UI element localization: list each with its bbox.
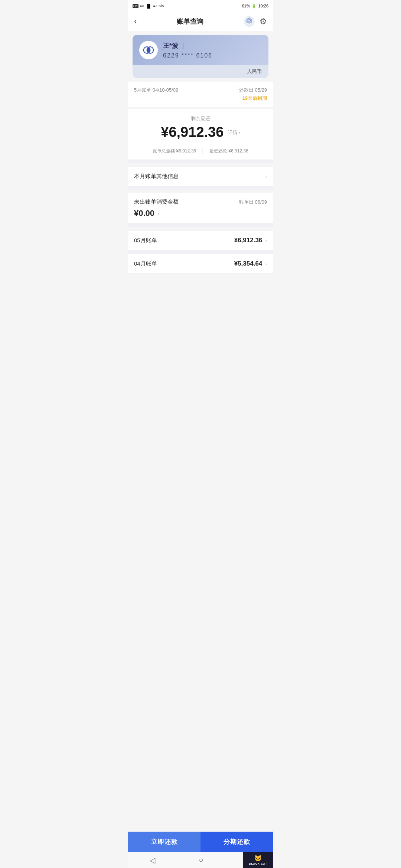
min-label: 最低还款 ¥6,912.36 bbox=[209, 148, 248, 154]
section-divider-1 bbox=[128, 160, 273, 163]
speed-text: 4.1 K/s bbox=[153, 4, 164, 8]
time-text: 10:26 bbox=[258, 4, 268, 8]
monthly-bill-amount-0: ¥6,912.36 bbox=[234, 237, 263, 244]
chevron-right-icon: › bbox=[265, 237, 267, 243]
monthly-bill-label-0: 05月账单 bbox=[134, 237, 157, 244]
monthly-bill-amount-1: ¥5,354.64 bbox=[234, 260, 263, 267]
bank-logo bbox=[139, 41, 158, 59]
other-info-item[interactable]: 本月账单其他信息 › bbox=[128, 167, 273, 186]
section-divider-4 bbox=[128, 250, 273, 254]
sub-divider: ｜ bbox=[200, 148, 205, 154]
monthly-bills-section: 05月账单 ¥6,912.36 › 04月账单 ¥5,354.64 › bbox=[128, 231, 273, 274]
unposted-section: 未出账单消费金额 账单日 06/09 ¥0.00 › bbox=[128, 193, 273, 223]
robot-icon[interactable] bbox=[243, 16, 255, 27]
monthly-bill-item-1[interactable]: 04月账单 ¥5,354.64 › bbox=[128, 254, 273, 274]
svg-point-8 bbox=[248, 17, 250, 18]
unposted-date: 账单日 06/09 bbox=[239, 199, 267, 206]
chevron-right-icon: › bbox=[157, 210, 159, 216]
card-info: 王*波｜ 6229 **** 6106 bbox=[163, 42, 262, 59]
card-user-name: 王*波｜ bbox=[163, 42, 262, 50]
section-divider-3 bbox=[128, 223, 273, 227]
chevron-right-icon: › bbox=[238, 129, 240, 135]
status-bar: HD 4G ▐▌ 4.1 K/s 61% 🔋 10:26 bbox=[128, 0, 273, 12]
settings-icon[interactable]: ⚙ bbox=[260, 17, 267, 26]
card-section: 王*波｜ 6229 **** 6106 人民币 bbox=[133, 35, 268, 78]
bill-due-days: 19天后到期 bbox=[239, 95, 267, 102]
card-number: 6229 **** 6106 bbox=[163, 52, 262, 59]
other-info-right: › bbox=[265, 174, 267, 180]
monthly-bill-right-0: ¥6,912.36 › bbox=[234, 237, 267, 244]
remain-amount: ¥6,912.36 bbox=[161, 124, 224, 140]
card-main: 王*波｜ 6229 **** 6106 bbox=[133, 35, 268, 65]
bill-period-right: 还款日 05/29 19天后到期 bbox=[239, 87, 267, 102]
unposted-amount[interactable]: ¥0.00 › bbox=[134, 208, 267, 218]
monthly-bill-right-1: ¥5,354.64 › bbox=[234, 260, 267, 267]
hd-badge: HD bbox=[133, 4, 138, 8]
amount-row: ¥6,912.36 详情 › bbox=[134, 124, 267, 140]
bill-period-label: 5月账单 04/10-05/09 bbox=[134, 87, 178, 93]
chevron-right-icon: › bbox=[265, 174, 267, 180]
divider bbox=[128, 107, 273, 107]
svg-point-11 bbox=[147, 48, 150, 53]
bill-due-label: 还款日 05/29 bbox=[239, 87, 267, 93]
svg-point-5 bbox=[250, 20, 251, 21]
card-currency: 人民币 bbox=[133, 65, 268, 78]
other-info-section: 本月账单其他信息 › bbox=[128, 167, 273, 186]
status-left: HD 4G ▐▌ 4.1 K/s bbox=[133, 4, 164, 8]
detail-link[interactable]: 详情 › bbox=[228, 129, 240, 136]
remain-label: 剩余应还 bbox=[134, 115, 267, 122]
battery-text: 61% bbox=[242, 4, 250, 8]
unposted-header: 未出账单消费金额 账单日 06/09 bbox=[134, 198, 267, 206]
section-divider-2 bbox=[128, 186, 273, 190]
bill-period: 5月账单 04/10-05/09 还款日 05/29 19天后到期 bbox=[128, 82, 273, 107]
svg-point-4 bbox=[248, 20, 248, 21]
battery-icon: 🔋 bbox=[251, 4, 257, 9]
nav-header: ‹ 账单查询 ⚙ bbox=[128, 12, 273, 31]
total-label: 账单总金额 ¥6,912.36 bbox=[153, 148, 196, 154]
monthly-bill-label-1: 04月账单 bbox=[134, 260, 157, 267]
status-right: 61% 🔋 10:26 bbox=[242, 4, 268, 9]
svg-rect-6 bbox=[247, 23, 251, 23]
back-button[interactable]: ‹ bbox=[134, 17, 137, 26]
page-title: 账单查询 bbox=[177, 17, 203, 26]
chevron-right-icon: › bbox=[265, 261, 267, 267]
nav-right-icons: ⚙ bbox=[243, 16, 267, 27]
amount-sub: 账单总金额 ¥6,912.36 ｜ 最低还款 ¥6,912.36 bbox=[134, 144, 267, 154]
amount-section: 剩余应还 ¥6,912.36 详情 › 账单总金额 ¥6,912.36 ｜ 最低… bbox=[128, 109, 273, 160]
signal-bars: ▐▌ bbox=[146, 4, 152, 8]
other-info-label: 本月账单其他信息 bbox=[134, 173, 179, 180]
bottom-spacer bbox=[128, 274, 273, 311]
unposted-label: 未出账单消费金额 bbox=[134, 198, 179, 206]
hd2-badge: 4G bbox=[140, 4, 144, 8]
monthly-bill-item-0[interactable]: 05月账单 ¥6,912.36 › bbox=[128, 231, 273, 250]
